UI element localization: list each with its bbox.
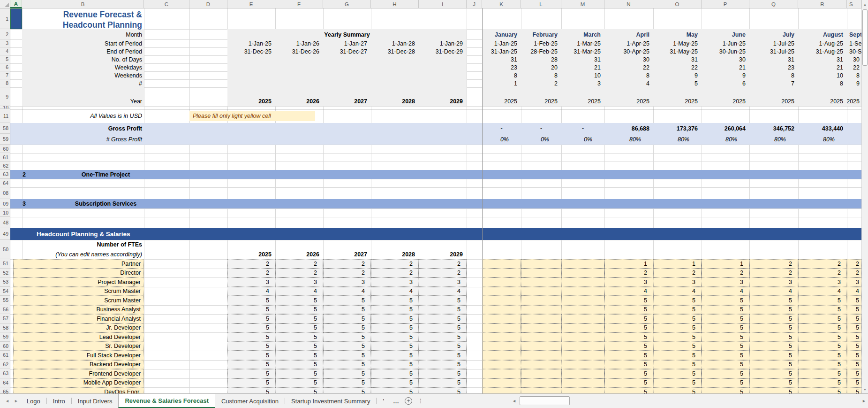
section-subscription-services[interactable]: 3 Subscription Services xyxy=(10,199,861,208)
monthly-index-cell[interactable]: 4 xyxy=(604,79,653,87)
monthly-names-cell[interactable]: January xyxy=(482,29,521,39)
fte-monthly-value-cell[interactable]: 1 xyxy=(653,259,702,269)
fte-yearly-value-cell[interactable]: 2 xyxy=(371,259,419,269)
fte-monthly-value-cell[interactable]: 5 xyxy=(653,387,702,393)
fte-year-header-cell[interactable]: 2026 xyxy=(275,249,323,259)
monthly-weekdays-cell[interactable]: 21 xyxy=(561,63,604,71)
period-label[interactable]: End of Period xyxy=(22,47,144,55)
fte-monthly-value-cell[interactable] xyxy=(521,332,561,342)
fte-monthly-value-cell[interactable]: 5 xyxy=(847,369,861,378)
yearly-years-cell[interactable]: 2028 xyxy=(371,87,419,106)
fte-monthly-value-cell[interactable]: 5 xyxy=(653,369,702,378)
fte-yearly-value-cell[interactable]: 5 xyxy=(419,314,467,323)
fte-yearly-value-cell[interactable]: 5 xyxy=(275,323,323,333)
fte-monthly-value-cell[interactable] xyxy=(482,259,521,269)
fte-monthly-value-cell[interactable] xyxy=(482,369,521,378)
fte-monthly-value-cell[interactable] xyxy=(561,269,604,278)
fte-monthly-value-cell[interactable]: 4 xyxy=(798,287,847,296)
monthly-weekends-cell[interactable]: 8 xyxy=(847,71,861,79)
fte-yearly-value-cell[interactable]: 5 xyxy=(371,387,419,393)
monthly-weekdays-cell[interactable]: 22 xyxy=(847,63,861,71)
fte-monthly-value-cell[interactable]: 5 xyxy=(798,314,847,323)
fte-role-name-cell[interactable]: Scrum Master xyxy=(13,296,144,305)
fte-monthly-value-cell[interactable]: 1 xyxy=(702,259,749,269)
row-header[interactable]: 1 xyxy=(0,8,10,29)
fte-role-name-cell[interactable]: Lead Developer xyxy=(13,332,144,342)
fte-monthly-value-cell[interactable]: 5 xyxy=(702,342,749,351)
fte-monthly-value-cell[interactable]: 3 xyxy=(702,277,749,287)
monthly-end-dates-cell[interactable]: 31-Jan-25 xyxy=(482,47,521,55)
fte-yearly-value-cell[interactable]: 2 xyxy=(323,269,371,278)
yearly-end-dates-cell[interactable]: 31-Dec-27 xyxy=(323,47,371,55)
fte-role-name-cell[interactable]: Project Manager xyxy=(13,277,144,287)
monthly-days-cell[interactable]: 31 xyxy=(482,55,521,63)
row-header[interactable]: 09 xyxy=(0,199,10,208)
gross-profit-value-cell[interactable]: - xyxy=(482,123,521,134)
fte-yearly-value-cell[interactable]: 4 xyxy=(275,287,323,296)
fte-yearly-value-cell[interactable]: 5 xyxy=(323,323,371,333)
fte-yearly-value-cell[interactable]: 5 xyxy=(227,369,275,378)
fte-role-name-cell[interactable]: Jr. Developer xyxy=(13,323,144,333)
column-header-p[interactable]: P xyxy=(702,0,749,8)
fte-monthly-value-cell[interactable]: 5 xyxy=(702,305,749,315)
fte-monthly-value-cell[interactable]: 5 xyxy=(653,323,702,333)
monthly-index-cell[interactable]: 2 xyxy=(521,79,561,87)
monthly-names-cell[interactable]: May xyxy=(653,29,702,39)
fte-monthly-value-cell[interactable]: 5 xyxy=(847,378,861,388)
sheet-tab-customer-acquisition[interactable]: Customer Acquisition xyxy=(215,394,285,408)
fte-monthly-value-cell[interactable]: 5 xyxy=(604,323,653,333)
fte-yearly-value-cell[interactable]: 2 xyxy=(323,259,371,269)
spreadsheet-grid[interactable]: Revenue Forecast & Headcount Planning Ye… xyxy=(0,0,861,393)
row-header[interactable]: 4 xyxy=(0,47,10,55)
monthly-days-cell[interactable]: 28 xyxy=(521,55,561,63)
monthly-years-cell[interactable]: 2025 xyxy=(604,87,653,106)
fte-monthly-value-cell[interactable] xyxy=(561,369,604,378)
gross-profit-value-cell[interactable]: 260,064 xyxy=(702,123,749,134)
fte-year-header-cell[interactable]: 2028 xyxy=(371,249,419,259)
row-header[interactable]: 63 xyxy=(0,170,10,179)
fte-year-header-cell[interactable]: 2025 xyxy=(227,249,275,259)
monthly-start-dates-cell[interactable]: 1-May-25 xyxy=(653,39,702,47)
monthly-end-dates-cell[interactable]: 30-Sep-25 xyxy=(847,47,861,55)
fte-yearly-value-cell[interactable]: 5 xyxy=(323,351,371,360)
fte-yearly-value-cell[interactable]: 5 xyxy=(227,332,275,342)
fte-monthly-value-cell[interactable]: 5 xyxy=(604,296,653,305)
yearly-start-dates-cell[interactable]: 1-Jan-28 xyxy=(371,39,419,47)
yearly-years-cell[interactable]: 2029 xyxy=(419,87,467,106)
fte-monthly-value-cell[interactable]: 5 xyxy=(653,332,702,342)
fte-yearly-value-cell[interactable]: 2 xyxy=(275,269,323,278)
fte-monthly-value-cell[interactable] xyxy=(521,259,561,269)
monthly-years-cell[interactable]: 2025 xyxy=(653,87,702,106)
fte-monthly-value-cell[interactable]: 5 xyxy=(604,332,653,342)
fte-monthly-value-cell[interactable]: 5 xyxy=(604,369,653,378)
tab-overflow-icon[interactable]: … xyxy=(390,394,402,408)
gross-profit-value-cell[interactable]: - xyxy=(521,123,561,134)
fte-yearly-value-cell[interactable]: 3 xyxy=(419,277,467,287)
row-header[interactable]: 51 xyxy=(0,259,10,269)
fte-yearly-value-cell[interactable]: 3 xyxy=(323,277,371,287)
column-header-f[interactable]: F xyxy=(275,0,323,8)
row-header[interactable]: 53 xyxy=(0,277,10,287)
monthly-weekdays-cell[interactable]: 21 xyxy=(702,63,749,71)
column-header-k[interactable]: K xyxy=(482,0,521,8)
period-label[interactable]: Weekdays xyxy=(22,63,144,71)
fte-monthly-value-cell[interactable] xyxy=(482,296,521,305)
monthly-start-dates-cell[interactable]: 1-Aug-25 xyxy=(798,39,847,47)
column-header-c[interactable]: C xyxy=(144,0,189,8)
fte-yearly-value-cell[interactable]: 5 xyxy=(323,314,371,323)
gross-profit-margin-cell[interactable]: 0% xyxy=(521,134,561,145)
yearly-start-dates-cell[interactable]: 1-Jan-27 xyxy=(323,39,371,47)
yearly-years-cell[interactable]: 2025 xyxy=(227,87,275,106)
fte-monthly-value-cell[interactable]: 5 xyxy=(749,369,798,378)
monthly-weekdays-cell[interactable]: 22 xyxy=(653,63,702,71)
monthly-index-cell[interactable]: 3 xyxy=(561,79,604,87)
column-header-d[interactable]: D xyxy=(189,0,227,8)
row-header[interactable]: 55 xyxy=(0,296,10,305)
fte-monthly-value-cell[interactable] xyxy=(521,351,561,360)
row-header[interactable]: 3 xyxy=(0,39,10,47)
row-header[interactable]: 48 xyxy=(0,217,10,228)
fte-monthly-value-cell[interactable]: 5 xyxy=(749,305,798,315)
fte-monthly-value-cell[interactable]: 5 xyxy=(702,351,749,360)
fte-monthly-value-cell[interactable]: 4 xyxy=(653,287,702,296)
sheet-tab-input-drivers[interactable]: Input Drivers xyxy=(72,394,119,408)
